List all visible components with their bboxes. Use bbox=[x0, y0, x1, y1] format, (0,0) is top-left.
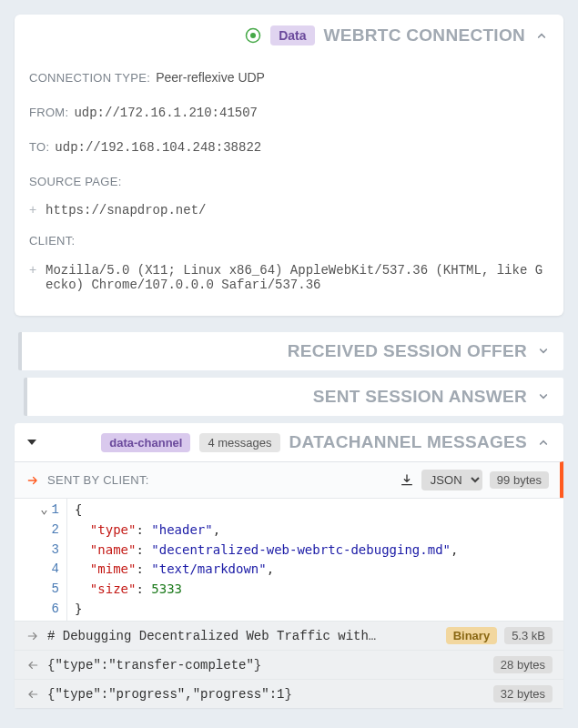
arrow-left-icon bbox=[25, 659, 40, 672]
source-page-label: SOURCE PAGE: bbox=[29, 173, 122, 192]
size-badge: 32 bytes bbox=[493, 685, 553, 703]
caret-down-icon[interactable] bbox=[27, 440, 36, 445]
panel-title: DATACHANNEL MESSAGES bbox=[289, 432, 527, 452]
message-row[interactable]: {"type":"progress","progress":1}32 bytes bbox=[15, 679, 563, 708]
sent-by-client-row: SENT BY CLIENT: JSONTextHex 99 bytes bbox=[15, 461, 563, 498]
sent-label: SENT BY CLIENT: bbox=[47, 473, 149, 487]
message-text: # Debugging Decentralized Web Traffic wi… bbox=[47, 629, 439, 643]
message-count-badge: 4 messages bbox=[199, 433, 279, 452]
data-badge: Data bbox=[270, 25, 314, 46]
source-page-value: https://snapdrop.net/ bbox=[46, 203, 206, 217]
plus-icon[interactable]: + bbox=[29, 202, 46, 217]
line-gutter: 1 2 3 4 5 6 bbox=[15, 499, 67, 621]
card-body: CONNECTION TYPE: Peer-reflexive UDP FROM… bbox=[15, 56, 563, 316]
channel-badge: data-channel bbox=[101, 433, 190, 452]
json-code-block: 1 2 3 4 5 6 { "type": "header", "name": … bbox=[15, 498, 563, 621]
panel-title: RECEIVED SESSION OFFER bbox=[288, 341, 527, 361]
to-label: TO: bbox=[29, 138, 49, 157]
webrtc-connection-card: Data WEBRTC CONNECTION CONNECTION TYPE: … bbox=[15, 15, 563, 316]
message-text: {"type":"transfer-complete"} bbox=[47, 658, 486, 672]
client-label: CLIENT: bbox=[29, 232, 76, 251]
card-header[interactable]: Data WEBRTC CONNECTION bbox=[15, 15, 563, 56]
client-value: Mozilla/5.0 (X11; Linux x86_64) AppleWeb… bbox=[46, 263, 549, 292]
chevron-up-icon bbox=[536, 435, 551, 450]
card-title: WEBRTC CONNECTION bbox=[324, 25, 525, 46]
binary-badge: Binary bbox=[446, 627, 497, 644]
chevron-down-icon bbox=[536, 389, 551, 404]
received-offer-panel[interactable]: RECEIVED SESSION OFFER bbox=[18, 332, 563, 370]
size-badge: 28 bytes bbox=[493, 656, 553, 673]
from-label: FROM: bbox=[29, 104, 68, 123]
arrow-left-icon bbox=[25, 688, 40, 701]
from-value: udp://172.16.1.210:41507 bbox=[74, 103, 258, 123]
message-row[interactable]: {"type":"transfer-complete"}28 bytes bbox=[15, 650, 563, 679]
arrow-right-icon bbox=[25, 630, 40, 642]
json-content[interactable]: { "type": "header", "name": "decentraliz… bbox=[67, 499, 465, 621]
size-badge: 5.3 kB bbox=[504, 627, 553, 644]
datachannel-header[interactable]: data-channel 4 messages DATACHANNEL MESS… bbox=[15, 423, 563, 461]
download-icon[interactable] bbox=[400, 473, 414, 488]
chevron-up-icon[interactable] bbox=[534, 28, 549, 43]
format-select[interactable]: JSONTextHex bbox=[421, 470, 482, 490]
connection-type-label: CONNECTION TYPE: bbox=[29, 69, 150, 88]
to-value: udp://192.168.104.248:38822 bbox=[55, 137, 261, 157]
chrome-icon bbox=[245, 27, 261, 44]
chevron-down-icon bbox=[536, 344, 551, 359]
panel-title: SENT SESSION ANSWER bbox=[313, 387, 527, 407]
arrow-right-icon bbox=[25, 474, 40, 487]
plus-icon[interactable]: + bbox=[29, 262, 46, 277]
message-row[interactable]: # Debugging Decentralized Web Traffic wi… bbox=[15, 621, 563, 650]
connection-type-value: Peer-reflexive UDP bbox=[156, 67, 265, 87]
message-list: # Debugging Decentralized Web Traffic wi… bbox=[15, 621, 563, 708]
size-badge: 99 bytes bbox=[490, 471, 549, 489]
message-text: {"type":"progress","progress":1} bbox=[47, 687, 486, 702]
sent-answer-panel[interactable]: SENT SESSION ANSWER bbox=[24, 378, 563, 416]
svg-point-1 bbox=[250, 33, 256, 38]
datachannel-panel: data-channel 4 messages DATACHANNEL MESS… bbox=[15, 423, 563, 708]
